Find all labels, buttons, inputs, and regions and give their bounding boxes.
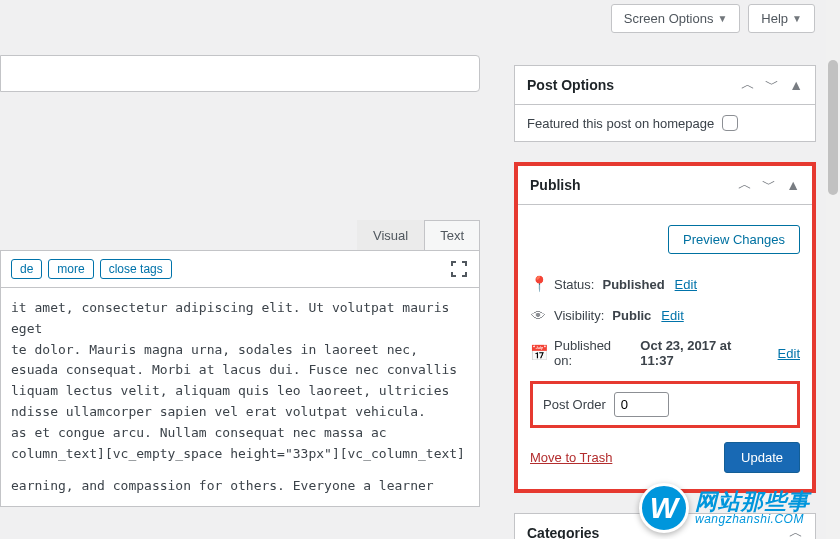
- metabox-title: Post Options: [527, 77, 614, 93]
- post-title-input[interactable]: [0, 55, 480, 92]
- help-button[interactable]: Help ▼: [748, 4, 815, 33]
- eye-icon: 👁: [530, 307, 546, 324]
- move-down-icon[interactable]: ﹀: [765, 76, 779, 94]
- screen-options-button[interactable]: Screen Options ▼: [611, 4, 741, 33]
- move-to-trash-link[interactable]: Move to Trash: [530, 450, 612, 465]
- move-up-icon[interactable]: ︿: [738, 176, 752, 194]
- collapse-icon[interactable]: ▲: [786, 177, 800, 193]
- scrollbar-thumb[interactable]: [828, 60, 838, 195]
- screen-options-label: Screen Options: [624, 11, 714, 26]
- featured-label: Featured this post on homepage: [527, 116, 714, 131]
- tab-text[interactable]: Text: [424, 220, 480, 250]
- quicktag-button[interactable]: close tags: [100, 259, 172, 279]
- collapse-icon[interactable]: ▲: [789, 77, 803, 93]
- quicktag-button[interactable]: more: [48, 259, 93, 279]
- quicktag-button[interactable]: de: [11, 259, 42, 279]
- metabox-post-options: Post Options ︿ ﹀ ▲ Featured this post on…: [514, 65, 816, 142]
- preview-changes-button[interactable]: Preview Changes: [668, 225, 800, 254]
- edit-status-link[interactable]: Edit: [675, 277, 697, 292]
- update-button[interactable]: Update: [724, 442, 800, 473]
- watermark-logo: W 网站那些事 wangzhanshi.COM: [639, 483, 810, 533]
- calendar-icon: 📅: [530, 344, 546, 362]
- tab-visual[interactable]: Visual: [357, 220, 424, 250]
- chevron-down-icon: ▼: [717, 13, 727, 24]
- post-order-label: Post Order: [543, 397, 606, 412]
- pin-icon: 📍: [530, 275, 546, 293]
- editor-toolbar: de more close tags: [0, 250, 480, 287]
- help-label: Help: [761, 11, 788, 26]
- post-order-row: Post Order: [530, 381, 800, 428]
- vertical-scrollbar[interactable]: [826, 0, 840, 539]
- metabox-title: Categories: [527, 525, 599, 539]
- watermark-w-icon: W: [639, 483, 689, 533]
- featured-checkbox[interactable]: [722, 115, 738, 131]
- metabox-publish: Publish ︿ ﹀ ▲ Preview Changes 📍 Status: …: [514, 162, 816, 493]
- edit-visibility-link[interactable]: Edit: [661, 308, 683, 323]
- editor-textarea[interactable]: it amet, consectetur adipiscing elit. Ut…: [0, 287, 480, 507]
- fullscreen-icon[interactable]: [451, 261, 467, 277]
- edit-date-link[interactable]: Edit: [778, 346, 800, 361]
- metabox-title: Publish: [530, 177, 581, 193]
- chevron-down-icon: ▼: [792, 13, 802, 24]
- move-up-icon[interactable]: ︿: [741, 76, 755, 94]
- post-order-input[interactable]: [614, 392, 669, 417]
- move-down-icon[interactable]: ﹀: [762, 176, 776, 194]
